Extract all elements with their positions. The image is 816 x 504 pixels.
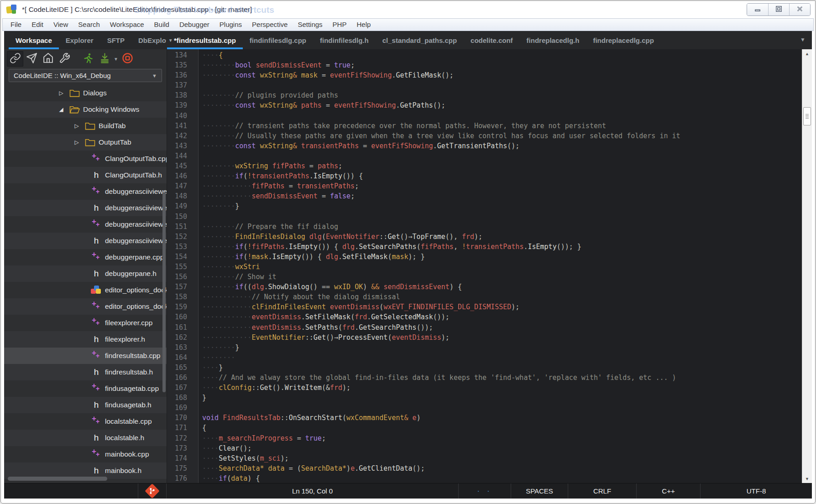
code-area[interactable]: 134····{135········bool sendDismissEvent… [167,49,802,483]
code-line-168[interactable]: 168} [167,393,802,403]
code-line-143[interactable]: 143········const wxString& transientPath… [167,141,802,151]
code-line-147[interactable]: 147············fifPaths = transientPaths… [167,181,802,191]
tree-item-localstable-h[interactable]: hlocalstable.h [4,430,167,446]
tree-item-docking-windows[interactable]: ◢Docking Windows [4,101,167,118]
scrollbar-track[interactable] [802,58,812,474]
code-line-160[interactable]: 160············eventDismiss.SetFileMask(… [167,312,802,322]
wrench-toolbar-button[interactable] [56,51,73,67]
sidebar-tab-sftp[interactable]: SFTP [100,31,131,49]
tree-item-mainbook-cpp[interactable]: ++mainbook.cpp [4,446,167,462]
tree-item-findresultstab-cpp[interactable]: ++findresultstab.cpp [4,348,167,364]
code-line-145[interactable]: 145········wxString fifPaths = paths; [167,161,802,171]
minimize-button[interactable] [747,4,768,16]
tree-item-clangoutputtab-h[interactable]: hClangOutputTab.h [4,167,167,183]
code-line-141[interactable]: 141········// transient paths take prece… [167,121,802,131]
menu-item-settings[interactable]: Settings [293,19,327,31]
tree-item-buildtab[interactable]: ▷BuildTab [4,118,167,134]
editor-tab-findreplacedlg-h[interactable]: findreplacedlg.h [520,31,586,49]
encoding-button[interactable]: UTF-8 [700,483,812,499]
maximize-button[interactable] [768,4,789,16]
editor-tab-cl-standard-paths-cpp[interactable]: cl_standard_paths.cpp [376,31,464,49]
scroll-down-icon[interactable]: ▼ [802,474,812,483]
code-line-137[interactable]: 137 [167,80,802,90]
code-line-166[interactable]: 166····// And we alway store the global … [167,373,802,383]
editor-tab-findinfilesdlg-cpp[interactable]: findinfilesdlg.cpp [243,31,313,49]
tree-item-debuggerasciiviewer-h[interactable]: hdebuggerasciiviewer.h [4,200,167,216]
code-line-176[interactable]: 176····if(data) { [167,473,802,483]
tree-item-debuggerasciiviewerbase-h[interactable]: hdebuggerasciiviewerbase.h [4,233,167,249]
code-line-167[interactable]: 167····clConfig::Get().WriteItem(&frd); [167,383,802,393]
link-toolbar-button[interactable] [7,51,23,67]
code-line-173[interactable]: 173····Clear(); [167,443,802,453]
tree-item-findresultstab-h[interactable]: hfindresultstab.h [4,364,167,380]
paper-plane-toolbar-button[interactable] [23,51,40,67]
menu-item-php[interactable]: PHP [328,19,352,31]
runner-toolbar-button[interactable] [80,51,96,67]
tree-item-findusagetab-cpp[interactable]: ++findusagetab.cpp [4,380,167,397]
tree-horizontal-scrollbar[interactable] [8,477,107,481]
scroll-up-icon[interactable]: ▲ [802,49,812,58]
menu-item-perspective[interactable]: Perspective [247,19,293,31]
code-line-175[interactable]: 175····SearchData* data = (SearchData*)e… [167,463,802,473]
code-line-135[interactable]: 135········bool sendDismissEvent = true; [167,60,802,70]
update-toolbar-button[interactable] [96,51,113,67]
code-line-169[interactable]: 169 [167,403,802,413]
code-line-139[interactable]: 139········const wxString& paths = event… [167,100,802,110]
close-button[interactable] [789,4,810,16]
tree-item-debuggerasciiviewerbase-cpp[interactable]: ++debuggerasciiviewerbase.cpp [4,216,167,233]
code-line-163[interactable]: 163········} [167,343,802,353]
tree-item-debuggerpane-cpp[interactable]: ++debuggerpane.cpp [4,249,167,265]
code-line-142[interactable]: 142········// Usually these paths are gi… [167,131,802,141]
code-line-165[interactable]: 165····} [167,363,802,373]
code-line-140[interactable]: 140 [167,111,802,121]
editor-tab--findresultstab-cpp[interactable]: *findresultstab.cpp [167,31,243,49]
menu-item-workspace[interactable]: Workspace [105,19,149,31]
menu-item-file[interactable]: File [5,19,26,31]
code-line-151[interactable]: 151········// Prepare the fif dialog [167,222,802,232]
scrollbar-thumb[interactable] [803,107,811,125]
build-config-dropdown[interactable]: CodeLiteIDE :: Win_x64_Debug ▼ [9,69,162,82]
menu-item-build[interactable]: Build [149,19,174,31]
code-line-156[interactable]: 156········// Show it [167,272,802,282]
code-line-138[interactable]: 138········// plugins provided paths [167,90,802,100]
menu-item-help[interactable]: Help [351,19,376,31]
tree-item-editor-options-docking[interactable]: ++editor_options_docking [4,298,167,315]
code-line-144[interactable]: 144 [167,151,802,161]
whitespace-mode-button[interactable]: SPACES [511,483,568,499]
tree-collapsed-icon[interactable]: ▷ [71,123,83,129]
tree-collapsed-icon[interactable]: ▷ [55,90,67,96]
menu-item-search[interactable]: Search [73,19,105,31]
tree-item-clangoutputtab-cpp[interactable]: ++ClangOutputTab.cpp [4,151,167,167]
tree-item-findusagetab-h[interactable]: hfindusagetab.h [4,397,167,413]
language-mode-button[interactable]: C++ [636,483,700,499]
code-line-149[interactable]: 149········} [167,201,802,211]
code-line-153[interactable]: 153········if(!fifPaths.IsEmpty()) { dlg… [167,242,802,252]
code-line-157[interactable]: 157········if((dlg.ShowDialog() == wxID_… [167,282,802,292]
tree-collapsed-icon[interactable]: ▷ [71,139,83,145]
code-line-148[interactable]: 148············sendDismissEvent = false; [167,191,802,201]
code-line-170[interactable]: 170void FindResultsTab::OnSearchStart(wx… [167,413,802,423]
eol-mode-button[interactable]: CRLF [568,483,636,499]
editor-tab-findinfilesdlg-h[interactable]: findinfilesdlg.h [313,31,376,49]
editor-tab-findreplacedlg-cpp[interactable]: findreplacedlg.cpp [586,31,660,49]
code-line-154[interactable]: 154········if(!mask.IsEmpty()) { dlg.Set… [167,252,802,262]
code-line-158[interactable]: 158············// Notify about the dialo… [167,292,802,302]
menu-item-plugins[interactable]: Plugins [214,19,247,31]
stop-toolbar-button[interactable] [119,51,136,67]
tab-overflow-caret-icon[interactable]: ▼ [800,36,806,43]
tree-item-fileexplorer-cpp[interactable]: ++fileexplorer.cpp [4,315,167,331]
code-line-172[interactable]: 172····m_searchInProgress = true; [167,433,802,443]
code-line-161[interactable]: 161············eventDismiss.SetPaths(frd… [167,322,802,333]
tree-vertical-scrollbar[interactable] [162,192,166,392]
code-line-174[interactable]: 174····SetStyles(m_sci); [167,453,802,463]
sidebar-tab-workspace[interactable]: Workspace [9,31,59,49]
menu-item-debugger[interactable]: Debugger [174,19,214,31]
code-line-164[interactable]: 164········ [167,353,802,363]
code-line-146[interactable]: 146········if(!transientPaths.IsEmpty())… [167,171,802,181]
menu-item-view[interactable]: View [48,19,73,31]
tree-item-editor-options-docking[interactable]: editor_options_docking [4,282,167,298]
code-line-162[interactable]: 162············EventNotifier::Get()→Proc… [167,333,802,343]
tree-item-debuggerasciiviewer-cpp[interactable]: ++debuggerasciiviewer.cpp [4,183,167,200]
toolbar-dropdown-caret-icon[interactable]: ▼ [113,57,119,62]
tree-item-dialogs[interactable]: ▷Dialogs [4,85,167,101]
